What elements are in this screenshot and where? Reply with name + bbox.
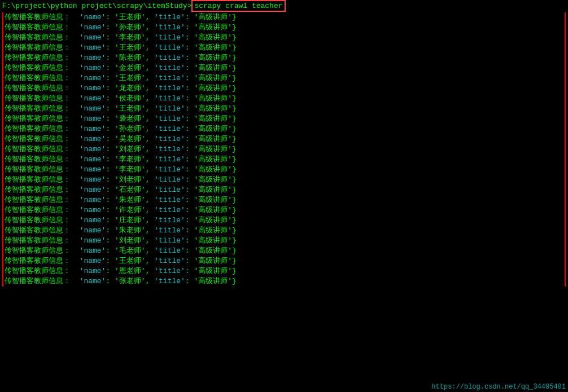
row-data: 'name': '张老师', 'title': '高级讲师'} (71, 276, 237, 287)
row-label: 传智播客教师信息： (3, 165, 71, 175)
table-row: 传智播客教师信息： 'name': '庄老师', 'title': '高级讲师'… (3, 215, 565, 226)
table-row: 传智播客教师信息： 'name': '恩老师', 'title': '高级讲师'… (3, 266, 565, 276)
table-row: 传智播客教师信息： 'name': '王老师', 'title': '高级讲师'… (3, 43, 565, 53)
command-line: F:\project\python project\scrapy\itemStu… (2, 1, 566, 11)
row-data: 'name': '许老师', 'title': '高级讲师'} (71, 205, 237, 215)
row-label: 传智播客教师信息： (3, 134, 71, 144)
terminal: F:\project\python project\scrapy\itemStu… (0, 0, 568, 392)
row-data: 'name': '王老师', 'title': '高级讲师'} (71, 43, 237, 53)
table-row: 传智播客教师信息： 'name': '毛老师', 'title': '高级讲师'… (3, 246, 565, 256)
row-data: 'name': '王老师', 'title': '高级讲师'} (71, 104, 237, 114)
row-label: 传智播客教师信息： (3, 83, 71, 94)
row-data: 'name': '龙老师', 'title': '高级讲师'} (71, 83, 237, 94)
row-label: 传智播客教师信息： (3, 144, 71, 155)
table-row: 传智播客教师信息： 'name': '王老师', 'title': '高级讲师'… (3, 12, 565, 23)
row-data: 'name': '石老师', 'title': '高级讲师'} (71, 185, 237, 195)
row-label: 传智播客教师信息： (3, 124, 71, 134)
table-row: 传智播客教师信息： 'name': '金老师', 'title': '高级讲师'… (3, 63, 565, 73)
row-label: 传智播客教师信息： (3, 43, 71, 53)
table-row: 传智播客教师信息： 'name': '孙老师', 'title': '高级讲师'… (3, 124, 565, 134)
row-data: 'name': '刘老师', 'title': '高级讲师'} (71, 236, 237, 246)
output-rows: 传智播客教师信息： 'name': '王老师', 'title': '高级讲师'… (3, 12, 565, 287)
table-row: 传智播客教师信息： 'name': '王老师', 'title': '高级讲师'… (3, 104, 565, 114)
table-row: 传智播客教师信息： 'name': '张老师', 'title': '高级讲师'… (3, 276, 565, 287)
command-highlight: scrapy crawl teacher (191, 0, 285, 12)
bottom-url: https://blog.csdn.net/qq_34405401 (431, 383, 566, 391)
row-data: 'name': '刘老师', 'title': '高级讲师'} (71, 175, 237, 185)
row-label: 传智播客教师信息： (3, 256, 71, 266)
row-label: 传智播客教师信息： (3, 73, 71, 83)
row-label: 传智播客教师信息： (3, 33, 71, 43)
row-data: 'name': '庄老师', 'title': '高级讲师'} (71, 215, 237, 226)
table-row: 传智播客教师信息： 'name': '裴老师', 'title': '高级讲师'… (3, 114, 565, 124)
output-container: 传智播客教师信息： 'name': '王老师', 'title': '高级讲师'… (2, 12, 566, 287)
table-row: 传智播客教师信息： 'name': '刘老师', 'title': '高级讲师'… (3, 144, 565, 155)
row-label: 传智播客教师信息： (3, 266, 71, 276)
command-path: F:\project\python project\scrapy\itemStu… (2, 2, 191, 10)
row-data: 'name': '金老师', 'title': '高级讲师'} (71, 63, 237, 73)
table-row: 传智播客教师信息： 'name': '朱老师', 'title': '高级讲师'… (3, 195, 565, 205)
row-label: 传智播客教师信息： (3, 236, 71, 246)
table-row: 传智播客教师信息： 'name': '石老师', 'title': '高级讲师'… (3, 185, 565, 195)
row-label: 传智播客教师信息： (3, 276, 71, 287)
row-label: 传智播客教师信息： (3, 12, 71, 23)
row-data: 'name': '陈老师', 'title': '高级讲师'} (71, 53, 237, 63)
table-row: 传智播客教师信息： 'name': '侯老师', 'title': '高级讲师'… (3, 94, 565, 104)
row-data: 'name': '王老师', 'title': '高级讲师'} (71, 73, 237, 83)
table-row: 传智播客教师信息： 'name': '王老师', 'title': '高级讲师'… (3, 256, 565, 266)
table-row: 传智播客教师信息： 'name': '李老师', 'title': '高级讲师'… (3, 33, 565, 43)
table-row: 传智播客教师信息： 'name': '王老师', 'title': '高级讲师'… (3, 73, 565, 83)
row-data: 'name': '朱老师', 'title': '高级讲师'} (71, 226, 237, 236)
row-data: 'name': '李老师', 'title': '高级讲师'} (71, 33, 237, 43)
row-label: 传智播客教师信息： (3, 63, 71, 73)
table-row: 传智播客教师信息： 'name': '许老师', 'title': '高级讲师'… (3, 205, 565, 215)
row-label: 传智播客教师信息： (3, 226, 71, 236)
table-row: 传智播客教师信息： 'name': '朱老师', 'title': '高级讲师'… (3, 226, 565, 236)
table-row: 传智播客教师信息： 'name': '陈老师', 'title': '高级讲师'… (3, 53, 565, 63)
table-row: 传智播客教师信息： 'name': '刘老师', 'title': '高级讲师'… (3, 236, 565, 246)
row-label: 传智播客教师信息： (3, 53, 71, 63)
row-data: 'name': '王老师', 'title': '高级讲师'} (71, 12, 237, 23)
row-data: 'name': '恩老师', 'title': '高级讲师'} (71, 266, 237, 276)
row-label: 传智播客教师信息： (3, 23, 71, 33)
row-data: 'name': '孙老师', 'title': '高级讲师'} (71, 23, 237, 33)
row-label: 传智播客教师信息： (3, 94, 71, 104)
row-data: 'name': '孙老师', 'title': '高级讲师'} (71, 124, 237, 134)
row-data: 'name': '侯老师', 'title': '高级讲师'} (71, 94, 237, 104)
row-data: 'name': '朱老师', 'title': '高级讲师'} (71, 195, 237, 205)
table-row: 传智播客教师信息： 'name': '李老师', 'title': '高级讲师'… (3, 165, 565, 175)
row-label: 传智播客教师信息： (3, 185, 71, 195)
row-data: 'name': '刘老师', 'title': '高级讲师'} (71, 144, 237, 155)
row-data: 'name': '裴老师', 'title': '高级讲师'} (71, 114, 237, 124)
table-row: 传智播客教师信息： 'name': '吴老师', 'title': '高级讲师'… (3, 134, 565, 144)
row-data: 'name': '王老师', 'title': '高级讲师'} (71, 256, 237, 266)
row-data: 'name': '毛老师', 'title': '高级讲师'} (71, 246, 237, 256)
row-label: 传智播客教师信息： (3, 175, 71, 185)
row-data: 'name': '李老师', 'title': '高级讲师'} (71, 165, 237, 175)
row-label: 传智播客教师信息： (3, 195, 71, 205)
row-label: 传智播客教师信息： (3, 114, 71, 124)
row-label: 传智播客教师信息： (3, 246, 71, 256)
row-data: 'name': '李老师', 'title': '高级讲师'} (71, 155, 237, 165)
row-label: 传智播客教师信息： (3, 155, 71, 165)
row-data: 'name': '吴老师', 'title': '高级讲师'} (71, 134, 237, 144)
table-row: 传智播客教师信息： 'name': '刘老师', 'title': '高级讲师'… (3, 175, 565, 185)
table-row: 传智播客教师信息： 'name': '李老师', 'title': '高级讲师'… (3, 155, 565, 165)
row-label: 传智播客教师信息： (3, 205, 71, 215)
table-row: 传智播客教师信息： 'name': '孙老师', 'title': '高级讲师'… (3, 23, 565, 33)
row-label: 传智播客教师信息： (3, 215, 71, 226)
table-row: 传智播客教师信息： 'name': '龙老师', 'title': '高级讲师'… (3, 83, 565, 94)
row-label: 传智播客教师信息： (3, 104, 71, 114)
